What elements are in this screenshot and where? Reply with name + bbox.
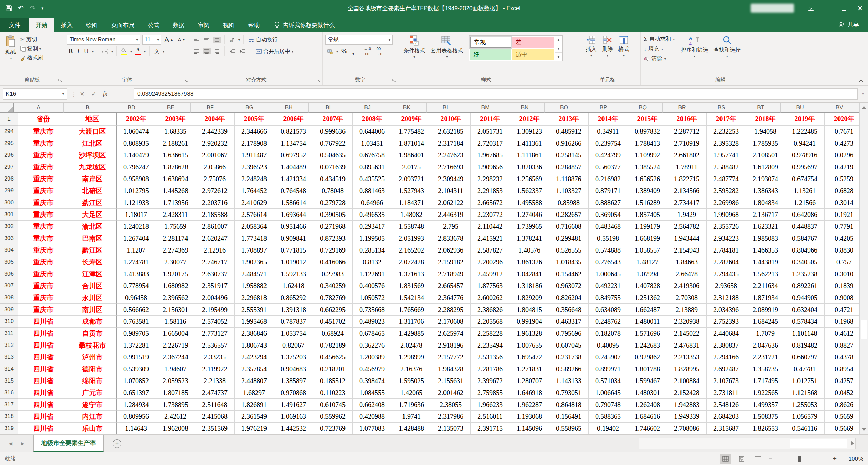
cell-value[interactable]: 2.155631 <box>431 375 471 387</box>
cell-province[interactable]: 四川省 <box>18 339 68 351</box>
cell-value[interactable]: 0.716608 <box>549 221 589 232</box>
cell-province[interactable]: 四川省 <box>18 375 68 387</box>
cell-value[interactable]: 1.07994 <box>628 268 667 280</box>
cell-value[interactable]: 1.586614 <box>274 197 313 209</box>
cell-district[interactable]: 泸州市 <box>68 351 117 363</box>
tell-me-box[interactable]: 告诉我你想要做什么 <box>274 18 335 32</box>
cell-value[interactable]: 0.369054 <box>589 209 628 221</box>
cell-value[interactable]: 1.764452 <box>235 185 274 197</box>
cell-value[interactable]: 2.734417 <box>667 197 707 209</box>
cell-value[interactable]: 2.75076 <box>195 173 235 185</box>
cancel-icon[interactable]: × <box>80 90 84 98</box>
cell-value[interactable]: 2.226719 <box>156 339 195 351</box>
cell-value[interactable]: 1.986401 <box>392 149 431 161</box>
cell-value[interactable]: 0.660797 <box>785 351 825 363</box>
cell-value[interactable]: 2.001067 <box>195 149 235 161</box>
cell-value[interactable]: 0.496535 <box>353 209 392 221</box>
cell-value[interactable]: 0.4219 <box>825 161 859 173</box>
cell-value[interactable]: 0.944905 <box>785 292 825 304</box>
cell-province[interactable]: 重庆市 <box>18 209 68 221</box>
header-cell[interactable]: 地区 <box>68 113 117 126</box>
cell-value[interactable]: 1.019012 <box>274 256 313 268</box>
cell-value[interactable]: 1.68335 <box>156 126 195 137</box>
cell-value[interactable]: 1.773418 <box>235 232 274 244</box>
header-cell[interactable]: 2019年 <box>785 113 825 126</box>
cell-value[interactable]: 2.710919 <box>667 137 707 149</box>
cell-province[interactable]: 四川省 <box>18 328 68 339</box>
cell-value[interactable]: 0.3014 <box>825 197 859 209</box>
column-header-BJ[interactable]: BJ <box>348 103 387 113</box>
cell-value[interactable]: 1.274781 <box>117 256 156 268</box>
cell-value[interactable]: 2.205568 <box>471 316 510 328</box>
cell-value[interactable]: 2.16376 <box>392 363 431 375</box>
cell-district[interactable]: 成都市 <box>68 316 117 328</box>
cell-value[interactable]: 2.288295 <box>431 304 471 316</box>
cell-value[interactable]: 0.995697 <box>785 161 825 173</box>
cell-district[interactable]: 大渡口区 <box>68 126 117 137</box>
cell-value[interactable]: 2.428311 <box>156 209 195 221</box>
header-cell[interactable]: 2005年 <box>235 113 274 126</box>
cell-value[interactable]: 2.089919 <box>746 304 785 316</box>
cell-value[interactable]: 0.416066 <box>313 256 353 268</box>
row-header-303[interactable]: 303 <box>0 232 18 244</box>
accounting-dropdown-arrow[interactable]: ▾ <box>336 50 338 53</box>
cell-value[interactable]: 0.400576 <box>353 280 392 292</box>
cell-value[interactable]: 0.881463 <box>353 185 392 197</box>
cell-style-neutral[interactable]: 适中 <box>512 49 554 60</box>
cell-province[interactable]: 重庆市 <box>18 161 68 173</box>
cell-value[interactable]: 1.911487 <box>235 149 274 161</box>
cell-value[interactable]: 1.804834 <box>746 197 785 209</box>
cell-value[interactable]: 2.487774 <box>707 173 746 185</box>
cell-value[interactable]: 0.796247 <box>117 161 156 173</box>
scroll-down-icon[interactable] <box>860 425 868 434</box>
cell-value[interactable]: 0.607045 <box>549 339 589 351</box>
cell-value[interactable]: 1.562213 <box>746 268 785 280</box>
column-header-BK[interactable]: BK <box>387 103 427 113</box>
cell-value[interactable]: 0.218201 <box>313 363 353 375</box>
copy-dropdown-arrow[interactable]: ▾ <box>39 47 41 51</box>
cell-value[interactable]: 2.062936 <box>431 244 471 256</box>
row-header-305[interactable]: 305 <box>0 256 18 268</box>
cell-value[interactable]: 1.042841 <box>510 268 549 280</box>
row-header-300[interactable]: 300 <box>0 197 18 209</box>
insert-cells-button[interactable]: 插入▾ <box>583 34 599 59</box>
decrease-decimal-icon[interactable]: .00→.0 <box>374 46 384 57</box>
autosum-button[interactable]: Σ自动求和▾ <box>644 35 675 43</box>
orientation-icon[interactable]: ab <box>228 37 236 43</box>
cell-value[interactable]: 1.145096 <box>510 423 549 434</box>
cell-value[interactable]: 1.499357 <box>746 399 785 411</box>
row-header-304[interactable]: 304 <box>0 244 18 256</box>
cell-value[interactable]: 2.193074 <box>746 173 785 185</box>
cell-value[interactable]: 1.378241 <box>510 232 549 244</box>
cell-value[interactable]: 0.34911 <box>589 126 628 137</box>
cell-value[interactable]: 2.720317 <box>471 137 510 149</box>
cell-value[interactable]: 0.248762 <box>589 316 628 328</box>
cell-value[interactable]: 2.361549 <box>235 411 274 423</box>
cell-value[interactable]: 1.122691 <box>353 268 392 280</box>
phonetic-dropdown-arrow[interactable]: ▾ <box>163 50 164 53</box>
cell-value[interactable]: 0.239754 <box>589 137 628 149</box>
cell-value[interactable]: 2.058364 <box>235 221 274 232</box>
cell-value[interactable]: 0.258145 <box>549 149 589 161</box>
cell-value[interactable]: 1.668199 <box>628 232 667 244</box>
cell-value[interactable]: 0.448837 <box>785 221 825 232</box>
cell-value[interactable]: 1.372281 <box>117 339 156 351</box>
cell-value[interactable]: 2.100884 <box>667 375 707 387</box>
cell-value[interactable]: 1.42065 <box>392 387 431 399</box>
cell-value[interactable]: 2.051993 <box>392 232 431 244</box>
cell-value[interactable]: 2.70308 <box>667 292 707 304</box>
row-header-315[interactable]: 315 <box>0 375 18 387</box>
cell-value[interactable]: 0.5659 <box>825 411 859 423</box>
cell-value[interactable]: 1.966233 <box>471 399 510 411</box>
formula-input[interactable]: 0.0392493251867988 <box>134 88 858 100</box>
cell-value[interactable]: 1.309123 <box>510 126 549 137</box>
cell-value[interactable]: 0.279728 <box>313 197 353 209</box>
cell-value[interactable]: 1.961328 <box>510 328 549 339</box>
cell-value[interactable]: 1.235238 <box>785 268 825 280</box>
cell-value[interactable]: 0.790748 <box>589 399 628 411</box>
wrap-text-button[interactable]: 自动换行 <box>247 36 279 44</box>
cell-province[interactable]: 重庆市 <box>18 256 68 268</box>
cell-value[interactable]: 1.516289 <box>628 197 667 209</box>
cell-value[interactable]: 0.1968 <box>825 316 859 328</box>
cell-value[interactable]: 1.445268 <box>156 185 195 197</box>
